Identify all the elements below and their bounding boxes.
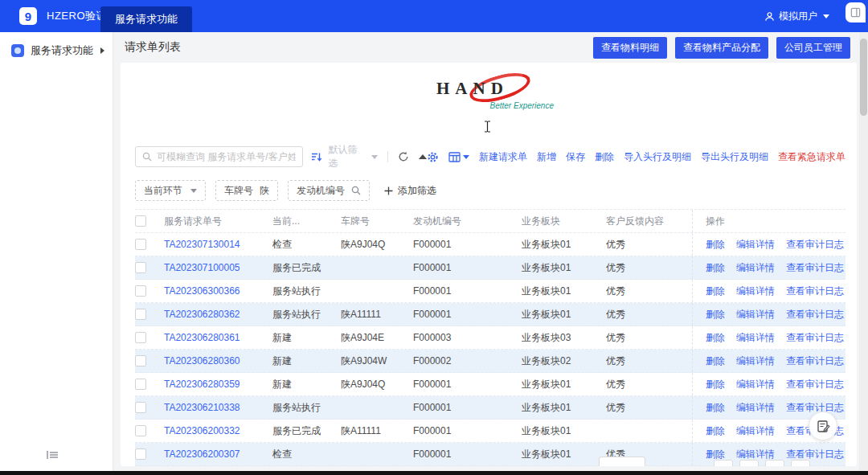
- view-urgent-requests-button[interactable]: 查看紧急请求单: [778, 150, 845, 164]
- default-filter-select[interactable]: 默认筛选: [329, 143, 379, 170]
- sidebar-item-service-request[interactable]: 服务请求功能: [0, 32, 113, 69]
- window-widget-icon[interactable]: [845, 2, 866, 23]
- new-request-button[interactable]: 新建请求单: [479, 150, 527, 164]
- collapse-search-icon[interactable]: [419, 154, 427, 159]
- row-action-edit-detail[interactable]: 编辑详情: [736, 285, 775, 298]
- row-action-delete[interactable]: 删除: [706, 331, 725, 345]
- row-action-delete[interactable]: 删除: [706, 285, 725, 298]
- row-action-delete[interactable]: 删除: [706, 378, 725, 391]
- cell-engine-no: F000001: [413, 425, 522, 436]
- row-action-view-audit-log[interactable]: 查看审计日志: [786, 378, 844, 391]
- row-action-delete[interactable]: 删除: [706, 238, 725, 252]
- cell-plate: 陕A9J04W: [341, 354, 413, 368]
- cell-feedback: 优秀: [606, 285, 692, 298]
- row-action-edit-detail[interactable]: 编辑详情: [736, 354, 775, 368]
- user-menu[interactable]: 模拟用户: [764, 0, 829, 32]
- add-filter-label: 添加筛选: [398, 184, 436, 198]
- row-checkbox[interactable]: [135, 285, 146, 297]
- cell-status: 新建: [272, 331, 341, 345]
- cell-engine-no: F000001: [413, 285, 522, 297]
- row-action-edit-detail[interactable]: 编辑详情: [736, 238, 775, 252]
- search-icon: [351, 186, 361, 195]
- row-action-view-audit-log[interactable]: 查看审计日志: [786, 448, 844, 461]
- row-action-view-audit-log[interactable]: 查看审计日志: [786, 308, 844, 321]
- row-action-view-audit-log[interactable]: 查看审计日志: [786, 401, 844, 415]
- row-action-edit-detail[interactable]: 编辑详情: [736, 331, 775, 345]
- col-request-no: 服务请求单号: [164, 215, 272, 228]
- cell-request-no[interactable]: TA202306280359: [164, 379, 272, 390]
- row-action-view-audit-log[interactable]: 查看审计日志: [786, 331, 844, 345]
- row-action-edit-detail[interactable]: 编辑详情: [736, 261, 775, 275]
- row-checkbox[interactable]: [135, 425, 146, 436]
- cell-request-no[interactable]: TA202306200332: [164, 425, 272, 436]
- sort-filter-icon[interactable]: [311, 152, 322, 162]
- cell-business-unit: 业务板块01: [522, 261, 606, 275]
- row-action-delete[interactable]: 删除: [706, 354, 725, 368]
- row-action-edit-detail[interactable]: 编辑详情: [736, 401, 775, 415]
- cell-request-no[interactable]: TA202306280360: [164, 355, 272, 366]
- row-checkbox[interactable]: [135, 448, 146, 460]
- row-checkbox[interactable]: [135, 332, 146, 343]
- refresh-icon[interactable]: [398, 151, 409, 162]
- delete-button[interactable]: 删除: [595, 150, 614, 164]
- save-button[interactable]: 保存: [566, 150, 585, 164]
- pagination-button[interactable]: [765, 460, 784, 466]
- cell-engine-no: F000001: [413, 402, 522, 413]
- pagination-button[interactable]: [739, 460, 759, 466]
- fuzzy-search-input[interactable]: [157, 151, 296, 162]
- add-button[interactable]: 新增: [537, 150, 556, 164]
- row-action-view-audit-log[interactable]: 查看审计日志: [786, 285, 844, 298]
- cell-feedback: 优秀: [606, 354, 692, 368]
- column-settings-control[interactable]: [448, 152, 469, 162]
- row-action-delete[interactable]: 删除: [706, 401, 725, 415]
- gear-icon[interactable]: [427, 151, 439, 163]
- import-header-lines-button[interactable]: 导入头行及明细: [624, 150, 691, 164]
- vertical-scrollbar[interactable]: [859, 32, 868, 471]
- toolbar: 新建请求单 新增 保存 删除 导入头行及明细 导出头行及明细 查看紧急请求单: [427, 150, 845, 164]
- engine-filter-chip[interactable]: 发动机编号: [288, 180, 370, 201]
- scrollbar-thumb[interactable]: [860, 39, 867, 116]
- row-checkbox[interactable]: [135, 379, 146, 390]
- row-action-edit-detail[interactable]: 编辑详情: [736, 448, 775, 461]
- sidebar-collapse-icon[interactable]: [47, 448, 59, 463]
- row-action-delete[interactable]: 删除: [706, 308, 725, 321]
- add-filter-button[interactable]: 添加筛选: [384, 184, 436, 198]
- plate-filter-chip[interactable]: 车牌号 陕: [215, 180, 278, 201]
- row-action-edit-detail[interactable]: 编辑详情: [736, 308, 775, 321]
- row-checkbox[interactable]: [135, 262, 146, 273]
- cell-request-no[interactable]: TA202307130014: [164, 239, 272, 250]
- row-action-view-audit-log[interactable]: 查看审计日志: [786, 354, 844, 368]
- cell-request-no[interactable]: TA202306280361: [164, 332, 272, 343]
- current-step-filter-chip[interactable]: 当前环节: [135, 180, 206, 201]
- view-material-detail-button[interactable]: 查看物料明细: [593, 37, 667, 59]
- view-material-product-assign-button[interactable]: 查看物料产品分配: [675, 37, 768, 59]
- tab-service-request[interactable]: 服务请求功能: [100, 6, 192, 32]
- row-action-edit-detail[interactable]: 编辑详情: [736, 378, 775, 391]
- cell-request-no[interactable]: TA202306280362: [164, 309, 272, 320]
- row-checkbox[interactable]: [135, 355, 146, 366]
- pagination-button[interactable]: [791, 460, 810, 466]
- table-body: TA202307130014检查陕A9J04QF000001业务板块01优秀删除…: [135, 233, 845, 466]
- edit-note-fab[interactable]: [809, 412, 837, 440]
- cell-status: 检查: [272, 238, 341, 252]
- cell-request-no[interactable]: TA202307100005: [164, 262, 272, 273]
- row-checkbox[interactable]: [135, 239, 146, 250]
- export-header-lines-button[interactable]: 导出头行及明细: [701, 150, 768, 164]
- pagination-button[interactable]: [714, 460, 733, 466]
- cell-request-no[interactable]: TA202306300366: [164, 285, 272, 297]
- page-size-select[interactable]: [599, 457, 645, 466]
- row-action-view-audit-log[interactable]: 查看审计日志: [786, 261, 844, 275]
- row-action-edit-detail[interactable]: 编辑详情: [736, 424, 775, 438]
- cell-engine-no: F000001: [413, 379, 522, 390]
- row-checkbox[interactable]: [135, 309, 146, 320]
- cell-request-no[interactable]: TA202306210338: [164, 402, 272, 413]
- company-employee-manage-button[interactable]: 公司员工管理: [776, 37, 850, 59]
- row-action-delete[interactable]: 删除: [706, 448, 725, 461]
- row-action-view-audit-log[interactable]: 查看审计日志: [786, 238, 844, 252]
- select-all-checkbox[interactable]: [135, 215, 146, 227]
- cell-request-no[interactable]: TA202306200307: [164, 448, 272, 460]
- chevron-down-icon: [463, 155, 469, 159]
- row-action-delete[interactable]: 删除: [706, 261, 725, 275]
- row-checkbox[interactable]: [135, 402, 146, 413]
- row-action-delete[interactable]: 删除: [706, 424, 725, 438]
